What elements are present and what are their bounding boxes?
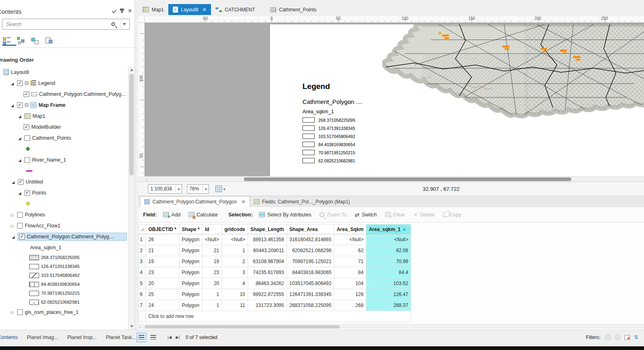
table-row[interactable]: 5 20 Polygon 20 4 86463.34262 103517045.… [139,278,411,289]
switch-selection-button[interactable]: ⇄ Switch [351,210,380,219]
scroll-left-icon[interactable]: ‹ [139,325,141,329]
selected-layer-highlight[interactable]: Cathment_Polygon:Cathment_Polyg... [18,233,126,240]
expander-icon[interactable] [17,113,22,119]
expander-icon[interactable] [10,80,15,86]
tree-item-map1[interactable]: Map1 [0,110,128,121]
tree-item-river-name[interactable]: River_Name_1 [0,154,128,165]
list-by-editing-icon[interactable] [45,37,54,45]
scrollbar-thumb[interactable] [244,177,571,181]
table-row[interactable]: 6 25 Polygon 1 10 98922.872555 126471391… [139,289,411,300]
symbol-green-point[interactable] [0,143,128,154]
refresh-sort-icon[interactable]: ⇅ [634,335,638,340]
search-input[interactable]: Search [2,19,130,30]
gis-osm-checkbox[interactable] [17,309,23,315]
scrollbar-thumb[interactable] [129,74,134,175]
column-header-gridcode[interactable]: gridcode [222,225,248,234]
table-row[interactable]: 7 24 Polygon 1 11 131723.3095 268371058.… [139,300,411,311]
map-frame-checkbox[interactable] [17,102,23,108]
polylines-checkbox[interactable] [17,212,23,218]
river-name-checkbox[interactable] [24,157,30,163]
list-by-selection-icon[interactable] [31,37,40,45]
column-header-area-sqkm[interactable]: Area_Sqkm [334,225,366,234]
clear-selection-button[interactable]: Clear [382,210,409,219]
modelbuilder-checkbox[interactable] [24,124,29,130]
tree-item-untitled[interactable]: Untitled [0,176,128,187]
last-record-icon[interactable]: ▶| [176,335,180,339]
symbol-line[interactable] [0,165,128,176]
add-field-button[interactable]: Add [160,210,183,219]
dropdown-arrow-icon[interactable] [202,186,207,192]
tab-layout8[interactable]: Layout8 ✕ [168,4,211,15]
tree-item-legend-layer[interactable]: Cathment_Polygon:Cathment_Polyg... [0,89,128,99]
expander-icon[interactable] [17,157,22,163]
tree-item-modelbuilder[interactable]: ModelBuilder [0,121,128,132]
table-horizontal-scrollbar[interactable]: ‹ [138,324,644,329]
tab-attribute-table[interactable]: Cathment_Polygon:Cathment_Polygon ✕ [140,196,250,207]
pane-tab-contents[interactable]: Contents [0,335,18,340]
search-dropdown-icon[interactable] [123,23,126,25]
table-row[interactable]: 3 19 Polygon 19 2 63108.967904 70987195.… [139,256,411,267]
tree-item-flowacc[interactable]: FlowAcc_Flow1 [0,220,128,231]
pane-tab-planet-tasking[interactable]: Planet Task... [106,335,136,340]
select-all-corner[interactable] [139,225,146,234]
filter-button-icon[interactable] [615,334,621,340]
tab-map1[interactable]: Map1 [138,4,168,15]
select-by-attributes-button[interactable]: Select By Attributes [256,210,314,219]
snap-grid-button[interactable] [214,184,227,193]
list-by-drawing-order-icon[interactable] [2,37,11,45]
layout-horizontal-scrollbar[interactable]: ‹ [145,176,644,181]
expander-icon[interactable] [10,309,15,315]
untitled-checkbox[interactable] [18,179,24,185]
list-by-source-icon[interactable] [17,37,26,45]
column-header-shape-area[interactable]: Shape_Area [287,225,334,234]
zoom-combobox[interactable]: 76% [187,184,209,194]
expander-icon[interactable] [11,234,16,240]
filter-button-icon[interactable] [605,334,611,340]
tree-item-cathment-polygon[interactable]: Cathment_Polygon:Cathment_Polyg... [0,231,128,242]
tree-item-polylines[interactable]: Polylines [0,209,128,220]
column-header-shape-length[interactable]: Shape_Length [248,225,287,234]
points-checkbox[interactable] [24,190,30,196]
expander-icon[interactable] [11,179,16,185]
table-row[interactable]: 1 26 Polygon <Null> <Null> 88913.461358 … [139,234,411,245]
chevron-down-icon[interactable] [112,9,116,13]
scale-combobox[interactable]: 1:100,838 [148,184,182,194]
legend-class-row[interactable]: 62.0825210682981 [0,298,128,307]
tree-item-cathment-points[interactable]: Cathment_Points [0,132,128,143]
pane-tab-planet-inspector[interactable]: Planet Insp... [67,335,97,340]
legend-class-row[interactable]: 70.9871951250215 [0,289,128,298]
legend-checkbox[interactable] [17,80,23,86]
table-filter-icon[interactable] [624,335,630,340]
column-header-shape[interactable]: Shape * [179,225,202,234]
tab-cathment-points[interactable]: Cathment_Points [266,4,321,15]
close-tab-icon[interactable]: ✕ [241,199,245,205]
legend-class-row[interactable]: 103.517045806492 [0,271,128,280]
expander-icon[interactable] [10,102,15,108]
delete-button[interactable]: ✕ Delete [410,210,438,219]
expander-icon[interactable] [17,135,22,141]
expander-icon[interactable] [10,223,15,229]
pin-icon[interactable] [121,9,123,13]
tree-item-legend[interactable]: Legend [0,78,128,89]
expander-icon[interactable] [17,190,22,196]
dropdown-arrow-icon[interactable] [223,186,225,192]
legend-class-row[interactable]: 268.371058225095 [0,253,128,262]
scroll-left-icon[interactable]: ‹ [146,177,147,181]
first-record-icon[interactable]: |◀ [168,335,172,339]
layout-page[interactable]: Legend Cathment_Polygon ... Area_sqkm_1 … [270,24,644,176]
copy-button[interactable]: Copy [439,210,464,219]
scroll-up-icon[interactable] [130,69,133,71]
dropdown-arrow-icon[interactable] [175,186,180,192]
tree-item-gis-osm[interactable]: gis_osm_places_free_1 [0,307,128,318]
contents-scrollbar[interactable] [128,67,135,330]
legend-class-row[interactable]: 84.4038169830654 [0,280,128,289]
form-view-button[interactable] [148,333,158,342]
column-header-id[interactable]: Id [202,225,222,234]
close-icon[interactable]: ✕ [128,8,132,13]
page-legend[interactable]: Legend Cathment_Polygon ... Area_sqkm_1 … [302,82,362,163]
table-row[interactable]: 4 23 Polygon 23 3 74235.617893 84403816.… [139,267,411,278]
tree-item-map-frame[interactable]: Map Frame [0,99,128,110]
cathment-polygon-checkbox[interactable] [19,234,25,240]
table-row[interactable]: 2 21 Polygon 21 1 60443.208011 62082521.… [139,245,411,256]
zoom-to-button[interactable]: Zoom To [316,210,350,219]
